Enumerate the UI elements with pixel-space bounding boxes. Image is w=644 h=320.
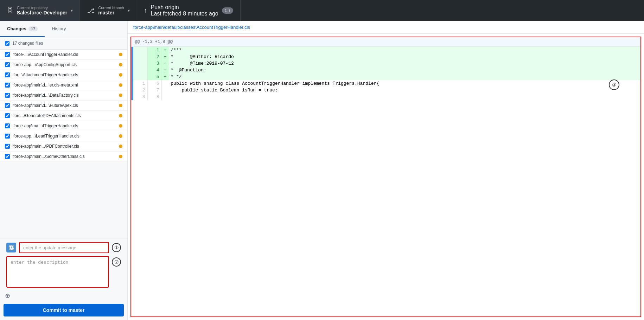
file-name: force-app\main...\PDFController.cls	[13, 144, 117, 149]
new-line-num: 8	[147, 94, 161, 100]
commit-description-input[interactable]	[6, 256, 109, 288]
old-line-num	[133, 73, 147, 80]
add-coauthor-button[interactable]: ⊕	[4, 290, 12, 301]
branch-icon: ⎇	[87, 7, 95, 14]
commit-button[interactable]: Commit to master	[4, 304, 124, 316]
branch-chevron-icon: ▾	[128, 8, 130, 13]
file-item[interactable]: force-app\main...\SomeOtherClass.cls	[0, 152, 127, 162]
repo-icon: 🗄	[7, 7, 13, 14]
file-name: force-app\main\d...ler.cls-meta.xml	[13, 83, 117, 88]
diff-sign	[161, 94, 168, 100]
file-checkbox[interactable]	[5, 62, 10, 67]
file-item[interactable]: force-app\main\d...\FutureApex.cls	[0, 101, 127, 111]
old-line-num	[133, 60, 147, 67]
diff-sign: +	[161, 47, 168, 54]
diff-line: 1 6 public with sharing class AccountTri…	[131, 80, 640, 87]
diff-code: * */	[168, 73, 640, 80]
push-icon: ↑	[144, 7, 147, 14]
old-line-num: 1	[133, 80, 147, 87]
file-item[interactable]: forc...\GeneratePDFAttachments.cls	[0, 111, 127, 121]
file-item[interactable]: force-app\main\d...ler.cls-meta.xml	[0, 80, 127, 90]
file-name: force-app\ma...\ITriggerHandler.cls	[13, 123, 117, 128]
file-modified-dot	[119, 104, 122, 107]
main-layout: Changes 17 History 17 changed files forc…	[0, 21, 644, 320]
file-name: force-...\AccountTriggerHandler.cls	[13, 52, 117, 57]
diff-sign: +	[161, 67, 168, 73]
file-item[interactable]: force-app...\AppConfigSupport.cls	[0, 60, 127, 70]
commit-button-branch: master	[69, 307, 85, 313]
file-item[interactable]: for...\AttachmentTriggerHandler.cls	[0, 70, 127, 80]
breadcrumb: force-app\main\default\classes\AccountTr…	[128, 21, 644, 34]
changed-files-count: 17 changed files	[12, 41, 43, 46]
file-list-scroll[interactable]: force-...\AccountTriggerHandler.cls forc…	[0, 50, 127, 238]
annotation-2-circle: ②	[112, 257, 121, 267]
diff-code: public with sharing class AccountTrigger…	[168, 80, 640, 87]
topbar: 🗄 Current repository Salesforce-Develope…	[0, 0, 644, 21]
file-modified-dot	[119, 145, 122, 148]
file-item[interactable]: force-app\ma...\ITriggerHandler.cls	[0, 121, 127, 131]
branch-name: master	[98, 10, 124, 15]
file-checkbox[interactable]	[5, 72, 10, 77]
commit-desc-area: ②	[4, 256, 124, 290]
annotation-3-circle: ③	[609, 79, 619, 90]
new-line-num: 5	[147, 73, 161, 80]
new-line-num: 7	[147, 87, 161, 94]
current-repo-section[interactable]: 🗄 Current repository Salesforce-Develope…	[0, 0, 80, 21]
file-checkbox[interactable]	[5, 93, 10, 98]
file-item[interactable]: force-app\main\d...\DataFactory.cls	[0, 90, 127, 101]
file-name: force-app\main\d...\FutureApex.cls	[13, 103, 117, 108]
file-name: force-app\main...\SomeOtherClass.cls	[13, 154, 117, 159]
diff-sign: +	[161, 73, 168, 80]
diff-container[interactable]: @@ -1,3 +1,8 @@ 1 + /*** 2 + * @Author: …	[130, 37, 641, 317]
file-modified-dot	[119, 73, 122, 77]
push-origin-section[interactable]: ↑ Push origin Last fetched 8 minutes ago…	[137, 0, 241, 21]
file-list: force-...\AccountTriggerHandler.cls forc…	[0, 50, 127, 162]
avatar: 🔃	[6, 243, 16, 252]
file-checkbox[interactable]	[5, 144, 10, 149]
file-name: for...\AttachmentTriggerHandler.cls	[13, 72, 117, 77]
file-item[interactable]: force-app\main...\PDFController.cls	[0, 141, 127, 152]
file-modified-dot	[119, 114, 122, 117]
file-modified-dot	[119, 134, 122, 138]
current-branch-section[interactable]: ⎇ Current branch master ▾	[80, 0, 137, 21]
file-checkbox[interactable]	[5, 83, 10, 88]
new-line-num: 1	[147, 47, 161, 54]
diff-code: * @Function:	[168, 67, 640, 73]
push-label: Push origin	[151, 4, 218, 11]
old-line-num	[133, 47, 147, 54]
file-modified-dot	[119, 83, 122, 87]
commit-message-input[interactable]	[19, 242, 109, 253]
file-checkbox[interactable]	[5, 123, 10, 128]
diff-code: /***	[168, 47, 640, 54]
old-line-num	[133, 67, 147, 73]
commit-button-label: Commit to	[43, 307, 68, 313]
push-sub: Last fetched 8 minutes ago	[151, 11, 218, 17]
file-list-header: 17 changed files	[0, 37, 127, 50]
file-checkbox[interactable]	[5, 154, 10, 159]
diff-code: * @Author: Ricardo	[168, 53, 640, 60]
diff-line: 2 7 public static Boolean isRun = true;	[131, 87, 640, 94]
file-checkbox[interactable]	[5, 113, 10, 118]
file-checkbox[interactable]	[5, 103, 10, 108]
tab-changes[interactable]: Changes 17	[0, 21, 45, 37]
file-checkbox[interactable]	[5, 134, 10, 139]
commit-area: 🔃 ① ② ⊕ Commit to master	[0, 238, 127, 320]
annotation-1-circle: ①	[112, 243, 121, 252]
tab-history[interactable]: History	[45, 21, 73, 37]
old-line-num: 2	[133, 87, 147, 94]
push-arrow-icon: ↑	[228, 8, 230, 13]
file-name: forc...\GeneratePDFAttachments.cls	[13, 113, 117, 118]
tab-changes-label: Changes	[7, 26, 26, 31]
diff-sign	[161, 87, 168, 94]
new-line-num: 3	[147, 60, 161, 67]
file-modified-dot	[119, 155, 122, 158]
file-item[interactable]: force-app...\LeadTriggerHandler.cls	[0, 131, 127, 141]
file-checkbox[interactable]	[5, 52, 10, 57]
file-name: force-app...\AppConfigSupport.cls	[13, 62, 117, 67]
diff-sign	[161, 80, 168, 87]
diff-sign: +	[161, 60, 168, 67]
select-all-checkbox[interactable]	[5, 41, 9, 46]
file-item[interactable]: force-...\AccountTriggerHandler.cls	[0, 50, 127, 60]
file-modified-dot	[119, 53, 122, 56]
diff-code	[168, 94, 640, 100]
